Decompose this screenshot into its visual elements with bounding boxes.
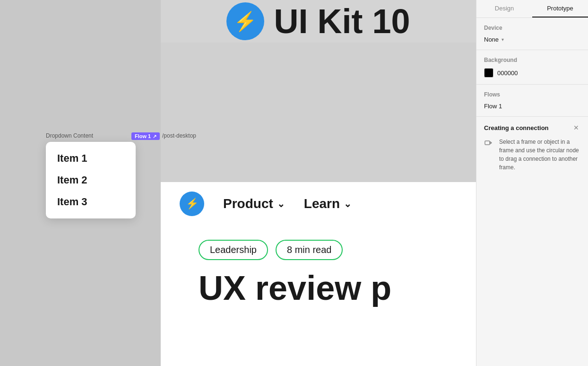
flows-flow1[interactable]: Flow 1: [484, 103, 580, 110]
blue-logo-circle: ⚡: [226, 2, 264, 40]
tags-row: Leadership 8 min read: [161, 226, 476, 260]
connection-description: Select a frame or object in a frame and …: [499, 138, 580, 172]
nav-product-label: Product: [223, 196, 273, 211]
nav-logo: ⚡: [180, 192, 204, 216]
canvas-area: ⚡ UI Kit 10 Dropdown Content /post-deskt…: [0, 0, 476, 366]
close-icon[interactable]: ✕: [572, 123, 580, 132]
tag-leadership[interactable]: Leadership: [199, 240, 268, 260]
tag-read-time[interactable]: 8 min read: [276, 240, 343, 260]
connection-title: Creating a connection: [484, 124, 549, 131]
svg-rect-0: [485, 141, 490, 145]
dropdown-card: Item 1 Item 2 Item 3: [46, 142, 136, 218]
background-hex-value: 000000: [497, 70, 518, 77]
device-row[interactable]: None ▾: [484, 36, 580, 43]
connection-body: Select a frame or object in a frame and …: [484, 138, 580, 172]
frame-separator: [161, 43, 476, 182]
device-section-title: Device: [484, 25, 580, 31]
device-section: Device None ▾: [476, 18, 588, 50]
flow-badge[interactable]: Flow 1 ↗: [131, 132, 160, 140]
right-panel: Design Prototype Device None ▾ Backgroun…: [476, 0, 588, 366]
background-color-swatch[interactable]: [484, 68, 493, 78]
device-chevron-icon: ▾: [502, 37, 504, 42]
device-value: None: [484, 36, 499, 43]
post-desktop-frame: ⚡ Product ⌄ Learn ⌄ Leadership 8 min rea…: [161, 182, 476, 366]
dropdown-item-3[interactable]: Item 3: [46, 191, 136, 213]
flow-badge-arrow-icon: ↗: [153, 134, 156, 139]
ui-kit-frame: ⚡ UI Kit 10: [161, 0, 476, 43]
nav-bar: ⚡ Product ⌄ Learn ⌄: [161, 182, 476, 226]
creating-connection-panel: Creating a connection ✕ Select a frame o…: [476, 117, 588, 366]
flows-section: Flows Flow 1: [476, 85, 588, 117]
ui-kit-heading: UI Kit 10: [274, 4, 410, 38]
nav-product[interactable]: Product ⌄: [223, 196, 285, 211]
tab-prototype[interactable]: Prototype: [532, 0, 588, 17]
bolt-icon: ⚡: [233, 10, 257, 33]
connection-arrow-icon: [484, 139, 494, 151]
nav-learn-label: Learn: [304, 196, 340, 211]
panel-tabs: Design Prototype: [476, 0, 588, 18]
nav-learn-chevron-icon: ⌄: [344, 198, 352, 209]
dropdown-item-1[interactable]: Item 1: [46, 148, 136, 169]
dropdown-content-label: Dropdown Content: [46, 132, 93, 139]
tab-design[interactable]: Design: [476, 0, 532, 17]
flow-badge-label: Flow 1: [135, 133, 151, 139]
post-desktop-label: /post-desktop: [162, 132, 196, 139]
dropdown-item-2[interactable]: Item 2: [46, 169, 136, 191]
flows-section-title: Flows: [484, 91, 580, 98]
nav-learn[interactable]: Learn ⌄: [304, 196, 352, 211]
background-section: Background 000000: [476, 50, 588, 85]
background-row[interactable]: 000000: [484, 68, 580, 78]
article-title-partial: UX review p: [161, 260, 476, 307]
connection-header: Creating a connection ✕: [484, 123, 580, 132]
nav-product-chevron-icon: ⌄: [277, 198, 285, 209]
background-section-title: Background: [484, 57, 580, 63]
